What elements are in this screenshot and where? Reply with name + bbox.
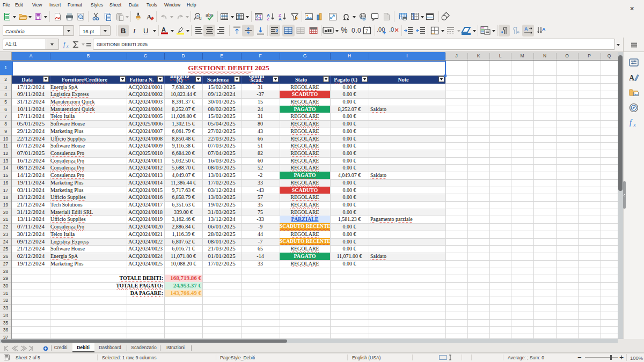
svg-text:abc: abc	[206, 12, 214, 18]
svg-text:x: x	[633, 122, 636, 128]
svg-text:7: 7	[365, 28, 368, 34]
svg-text:A: A	[162, 26, 166, 33]
svg-text:A: A	[259, 17, 262, 21]
svg-text:.00: .00	[377, 26, 385, 33]
svg-text:A: A	[542, 27, 546, 32]
svg-text:f: f	[630, 119, 633, 127]
svg-text:A: A	[279, 17, 282, 21]
svg-text:Z: Z	[256, 17, 258, 21]
svg-text:.0: .0	[389, 26, 394, 33]
svg-text:d: d	[199, 16, 201, 21]
svg-text:A: A	[524, 26, 528, 32]
svg-text:Z: Z	[267, 17, 269, 21]
svg-text:A: A	[147, 13, 152, 21]
svg-text:A: A	[629, 74, 635, 82]
svg-text:a: a	[196, 14, 199, 18]
svg-text:x: x	[66, 44, 69, 49]
svg-text:f: f	[63, 41, 66, 48]
